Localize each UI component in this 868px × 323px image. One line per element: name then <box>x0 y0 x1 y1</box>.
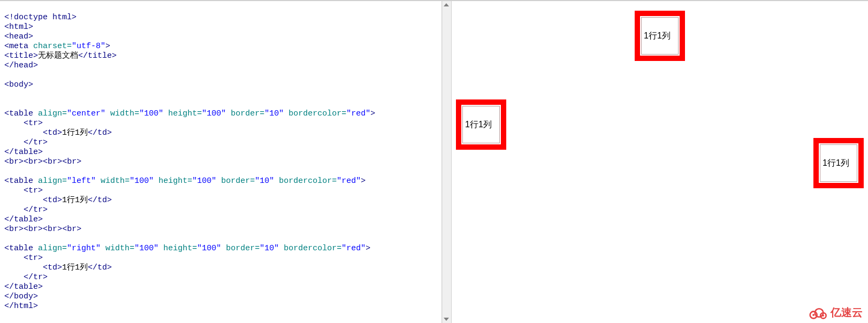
code-scrollbar[interactable] <box>442 1 452 323</box>
preview-table-center: 1行1列 <box>635 11 685 61</box>
svg-point-3 <box>812 313 814 316</box>
preview-cell: 1行1列 <box>462 106 500 143</box>
preview-table-left: 1行1列 <box>456 99 506 150</box>
watermark-text: 亿速云 <box>831 305 863 320</box>
source-code[interactable]: <!doctype html> <html> <head> <meta alig… <box>4 13 437 311</box>
preview-body: 1行1列 1行1列 1行1列 <box>452 11 868 138</box>
scroll-up-icon[interactable] <box>444 3 449 6</box>
preview-pane: 1行1列 1行1列 1行1列 亿速云 <box>452 1 868 323</box>
preview-table-right: 1行1列 <box>813 138 864 188</box>
cloud-icon <box>807 306 828 320</box>
preview-cell: 1行1列 <box>641 17 679 55</box>
code-editor-pane[interactable]: <!doctype html> <html> <head> <meta alig… <box>0 1 442 323</box>
scroll-down-icon[interactable] <box>444 318 449 321</box>
watermark-logo: 亿速云 <box>807 305 863 320</box>
preview-cell: 1行1列 <box>820 144 857 182</box>
svg-point-4 <box>823 314 824 316</box>
split-editor-preview: <!doctype html> <html> <head> <meta alig… <box>0 0 868 323</box>
